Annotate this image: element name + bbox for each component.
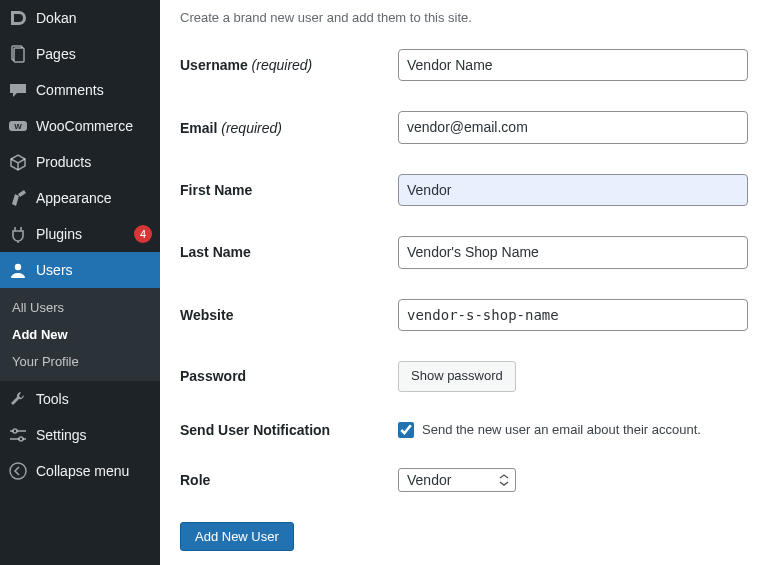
add-new-user-button[interactable]: Add New User	[180, 522, 294, 551]
svg-point-4	[15, 264, 21, 270]
sidebar-item-plugins[interactable]: Plugins 4	[0, 216, 160, 252]
sidebar-item-label: Products	[36, 154, 152, 170]
tools-icon	[8, 389, 28, 409]
username-input[interactable]	[398, 49, 748, 81]
email-input[interactable]	[398, 111, 748, 143]
sidebar-item-tools[interactable]: Tools	[0, 381, 160, 417]
row-notification: Send User Notification Send the new user…	[180, 422, 752, 438]
row-website: Website	[180, 299, 752, 331]
settings-icon	[8, 425, 28, 445]
plugins-icon	[8, 224, 28, 244]
comments-icon	[8, 80, 28, 100]
sidebar-item-label: Users	[36, 262, 152, 278]
row-password: Password Show password	[180, 361, 752, 392]
svg-text:W: W	[14, 122, 22, 131]
subnav-add-new[interactable]: Add New	[0, 321, 160, 348]
sidebar-item-products[interactable]: Products	[0, 144, 160, 180]
first-name-label: First Name	[180, 182, 398, 198]
sidebar-item-collapse[interactable]: Collapse menu	[0, 453, 160, 489]
website-input[interactable]	[398, 299, 748, 331]
submit-row: Add New User	[180, 522, 752, 551]
users-subnav: All Users Add New Your Profile	[0, 288, 160, 381]
role-select[interactable]: Vendor	[398, 468, 516, 492]
svg-rect-1	[14, 48, 24, 62]
last-name-label: Last Name	[180, 244, 398, 260]
subnav-all-users[interactable]: All Users	[0, 294, 160, 321]
sidebar-item-woocommerce[interactable]: W WooCommerce	[0, 108, 160, 144]
row-email: Email (required)	[180, 111, 752, 143]
last-name-input[interactable]	[398, 236, 748, 268]
sidebar-item-label: Settings	[36, 427, 152, 443]
sidebar-item-label: Dokan	[36, 10, 152, 26]
subnav-your-profile[interactable]: Your Profile	[0, 348, 160, 375]
website-label: Website	[180, 307, 398, 323]
sidebar-item-label: Comments	[36, 82, 152, 98]
sidebar-item-comments[interactable]: Comments	[0, 72, 160, 108]
first-name-input[interactable]	[398, 174, 748, 206]
products-icon	[8, 152, 28, 172]
notification-checkbox[interactable]	[398, 422, 414, 438]
svg-point-7	[13, 429, 17, 433]
sidebar-item-users[interactable]: Users	[0, 252, 160, 288]
page-description: Create a brand new user and add them to …	[180, 10, 752, 25]
password-label: Password	[180, 368, 398, 384]
username-label: Username (required)	[180, 57, 398, 73]
row-last-name: Last Name	[180, 236, 752, 268]
sidebar-item-label: Appearance	[36, 190, 152, 206]
sidebar-item-label: WooCommerce	[36, 118, 152, 134]
show-password-button[interactable]: Show password	[398, 361, 516, 392]
sidebar-item-label: Tools	[36, 391, 152, 407]
role-label: Role	[180, 472, 398, 488]
users-icon	[8, 260, 28, 280]
plugins-badge: 4	[134, 225, 152, 243]
sidebar-item-label: Plugins	[36, 226, 130, 242]
collapse-icon	[8, 461, 28, 481]
admin-sidebar: Dokan Pages Comments W WooCommerce Produ…	[0, 0, 160, 565]
sidebar-item-dokan[interactable]: Dokan	[0, 0, 160, 36]
sidebar-item-label: Pages	[36, 46, 152, 62]
sidebar-item-label: Collapse menu	[36, 463, 152, 479]
sidebar-item-appearance[interactable]: Appearance	[0, 180, 160, 216]
svg-point-9	[10, 463, 26, 479]
notification-label: Send User Notification	[180, 422, 398, 438]
woocommerce-icon: W	[8, 116, 28, 136]
row-username: Username (required)	[180, 49, 752, 81]
appearance-icon	[8, 188, 28, 208]
email-label: Email (required)	[180, 120, 398, 136]
sidebar-item-pages[interactable]: Pages	[0, 36, 160, 72]
sidebar-item-settings[interactable]: Settings	[0, 417, 160, 453]
svg-point-8	[19, 437, 23, 441]
dokan-icon	[8, 8, 28, 28]
main-content: Create a brand new user and add them to …	[160, 0, 772, 565]
row-first-name: First Name	[180, 174, 752, 206]
row-role: Role Vendor	[180, 468, 752, 492]
notification-checkbox-label: Send the new user an email about their a…	[422, 422, 701, 437]
pages-icon	[8, 44, 28, 64]
